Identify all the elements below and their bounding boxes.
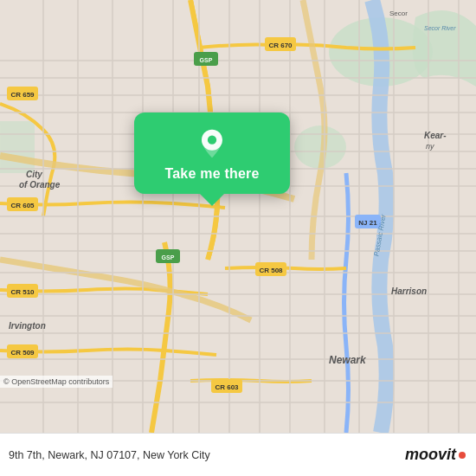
svg-text:CR 603: CR 603 (215, 383, 239, 391)
svg-text:GSP: GSP (200, 57, 213, 63)
popup-label: Take me there (164, 166, 259, 182)
svg-text:NJ 21: NJ 21 (358, 219, 377, 227)
svg-text:CR 508: CR 508 (259, 267, 283, 274)
svg-text:Secor River: Secor River (424, 25, 456, 31)
osm-attribution: © OpenStreetMap contributors (0, 376, 113, 388)
svg-text:CR 509: CR 509 (10, 349, 35, 357)
map-background: CR 670 CR 659 GSP GSP NJ 21 CR 605 CR 51… (0, 0, 476, 433)
location-pin-icon (196, 128, 228, 159)
svg-text:Irvington: Irvington (9, 321, 46, 331)
svg-text:GSP: GSP (162, 254, 175, 261)
moovit-logo: moovit (405, 446, 466, 464)
svg-text:CR 510: CR 510 (10, 288, 35, 296)
svg-text:CR 670: CR 670 (268, 42, 293, 49)
moovit-dot-icon (459, 452, 466, 459)
svg-text:Newark: Newark (329, 354, 367, 366)
svg-text:of Orange: of Orange (19, 180, 61, 190)
svg-text:ny: ny (426, 142, 434, 151)
svg-text:CR 605: CR 605 (10, 202, 35, 209)
svg-text:Secor: Secor (389, 10, 408, 17)
svg-text:Harrison: Harrison (391, 286, 427, 296)
map-container: CR 670 CR 659 GSP GSP NJ 21 CR 605 CR 51… (0, 0, 476, 433)
moovit-wordmark: moovit (405, 446, 456, 464)
svg-point-67 (208, 136, 216, 145)
footer: 9th 7th, Newark, NJ 07107, New York City… (0, 433, 476, 476)
svg-text:City: City (26, 170, 42, 179)
map-popup[interactable]: Take me there (134, 113, 290, 194)
svg-text:Kear-: Kear- (424, 131, 447, 140)
svg-rect-3 (0, 121, 35, 173)
svg-text:CR 659: CR 659 (10, 91, 35, 99)
address-text: 9th 7th, Newark, NJ 07107, New York City (9, 449, 210, 461)
